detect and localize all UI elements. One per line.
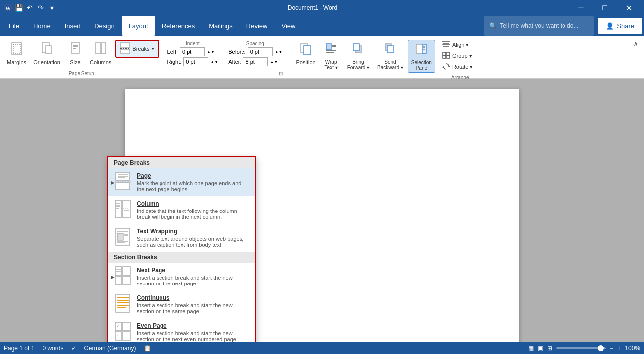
orientation-button[interactable]: Orientation [30, 40, 63, 67]
maximize-button[interactable]: □ [593, 0, 616, 16]
expand-icon[interactable]: ⊡ [279, 71, 283, 76]
bring-forward-button[interactable]: BringForward ▾ [344, 40, 372, 72]
text-wrapping-break-title: Text Wrapping [137, 228, 249, 235]
breaks-dropdown: Page Breaks ▶ Page Mark [107, 156, 256, 342]
menu-references[interactable]: References [155, 16, 202, 36]
wrap-text-label: WrapText ▾ [325, 59, 338, 70]
page-break-icon [114, 172, 132, 190]
search-box[interactable]: 🔍 Tell me what you want to do... [484, 16, 594, 36]
language[interactable]: German (Germany) [84, 345, 136, 352]
ribbon-collapse-button[interactable]: ∧ [631, 38, 640, 76]
position-label: Position [296, 59, 316, 65]
break-item-column[interactable]: Column Indicate that the text following … [108, 196, 255, 224]
svg-text:W: W [5, 5, 11, 11]
position-button[interactable]: Position [293, 40, 319, 67]
zoom-level[interactable]: 100% [625, 345, 640, 352]
wrap-text-button[interactable]: WrapText ▾ [321, 40, 342, 72]
close-button[interactable]: ✕ [617, 0, 640, 16]
track-changes-icon: 📋 [144, 345, 151, 352]
share-button[interactable]: 👤 Share [598, 18, 642, 34]
break-item-even-page[interactable]: 2 4 Even Page Insert a section break and… [108, 318, 255, 342]
spacing-label: Spacing [228, 41, 282, 46]
columns-button[interactable]: Columns [87, 40, 114, 67]
menu-insert[interactable]: Insert [58, 16, 88, 36]
word-logo-icon: W [4, 4, 12, 12]
margins-icon [11, 42, 23, 58]
column-break-title: Column [137, 200, 249, 207]
indent-right-spinner[interactable]: ▲▼ [210, 60, 218, 64]
menu-view[interactable]: View [274, 16, 302, 36]
size-button[interactable]: Size [64, 40, 86, 67]
undo-icon[interactable]: ↶ [26, 4, 34, 12]
customize-icon[interactable]: ▾ [48, 4, 56, 12]
spacing-before-input[interactable] [248, 47, 273, 56]
indent-right-input[interactable] [183, 57, 208, 66]
group-button[interactable]: Group ▾ [439, 51, 476, 61]
selection-pane-button[interactable]: SelectionPane [408, 40, 435, 73]
svg-rect-26 [353, 44, 359, 51]
spacing-before-label: Before: [228, 49, 245, 55]
break-item-page[interactable]: ▶ Page Mark the point at which one page … [108, 168, 255, 196]
indent-left-spinner[interactable]: ▲▼ [207, 50, 215, 54]
columns-label: Columns [90, 59, 111, 65]
svg-rect-68 [123, 267, 130, 276]
menu-layout[interactable]: Layout [122, 16, 155, 36]
menu-design[interactable]: Design [87, 16, 121, 36]
text-wrapping-break-text: Text Wrapping Separate text around objec… [137, 228, 249, 248]
page-setup-buttons: Margins Orientation Size [4, 38, 159, 69]
margins-button[interactable]: Margins [4, 40, 29, 67]
menu-home[interactable]: Home [26, 16, 58, 36]
spacing-after-label: After: [228, 59, 241, 65]
zoom-slider[interactable] [556, 347, 606, 349]
zoom-out-icon[interactable]: − [610, 345, 613, 352]
search-icon: 🔍 [489, 22, 497, 29]
indent-left-input[interactable] [180, 47, 205, 56]
spacing-after-input[interactable] [243, 57, 268, 66]
break-item-continuous[interactable]: Continuous Insert a section break and st… [108, 290, 255, 318]
svg-rect-30 [422, 44, 426, 53]
spell-check-icon[interactable]: ✓ [71, 345, 76, 352]
page-arrow-icon: ▶ [111, 180, 115, 185]
word-count: 0 words [42, 345, 63, 352]
spacing-after-row: After: ▲▼ [228, 57, 282, 66]
save-icon[interactable]: 💾 [15, 4, 23, 12]
text-wrapping-break-desc: Separate text around objects on web page… [137, 236, 249, 248]
document-area: Page Breaks ▶ Page Mark [0, 79, 644, 342]
break-item-text-wrapping[interactable]: Text Wrapping Separate text around objec… [108, 224, 255, 252]
group-icon [442, 52, 450, 60]
ribbon-content: Margins Orientation Size [0, 36, 644, 78]
menu-file[interactable]: File [2, 16, 26, 36]
svg-rect-69 [123, 277, 130, 284]
page-break-title: Page [137, 172, 249, 179]
svg-text:2: 2 [117, 324, 119, 328]
wrap-text-icon [325, 42, 337, 58]
svg-rect-28 [387, 46, 393, 53]
rotate-button[interactable]: Rotate ▾ [439, 62, 476, 71]
section-breaks-header: Section Breaks [108, 252, 255, 263]
orientation-icon [41, 42, 53, 58]
svg-rect-13 [96, 43, 100, 54]
spacing-before-spinner[interactable]: ▲▼ [275, 50, 283, 54]
rotate-icon [442, 63, 450, 71]
status-bar: Page 1 of 1 0 words ✓ German (Germany) 📋… [0, 342, 644, 354]
spacing-after-spinner[interactable]: ▲▼ [270, 60, 278, 64]
zoom-in-icon[interactable]: + [617, 345, 621, 352]
align-button[interactable]: Align ▾ [439, 40, 476, 50]
zoom-slider-thumb [598, 345, 604, 351]
spacing-before-row: Before: ▲▼ [228, 47, 282, 56]
page-info: Page 1 of 1 [4, 345, 34, 352]
arrange-buttons: Position WrapText ▾ BringFor [293, 38, 628, 73]
title-bar: W 💾 ↶ ↷ ▾ Document1 - Word ─ □ ✕ [0, 0, 644, 16]
menu-review[interactable]: Review [240, 16, 275, 36]
view-web-icon[interactable]: ⊞ [547, 345, 552, 352]
breaks-button[interactable]: Breaks ▾ [115, 40, 159, 58]
svg-text:4: 4 [117, 334, 119, 337]
view-normal-icon[interactable]: ▦ [528, 345, 534, 352]
break-item-next-page[interactable]: ▶ Next Page Insert a section break and s… [108, 263, 255, 290]
bring-forward-label: BringForward ▾ [347, 59, 369, 70]
redo-icon[interactable]: ↷ [37, 4, 45, 12]
view-layout-icon[interactable]: ▣ [538, 345, 543, 352]
minimize-button[interactable]: ─ [569, 0, 592, 16]
menu-mailings[interactable]: Mailings [202, 16, 240, 36]
send-backward-button[interactable]: SendBackward ▾ [374, 40, 406, 72]
